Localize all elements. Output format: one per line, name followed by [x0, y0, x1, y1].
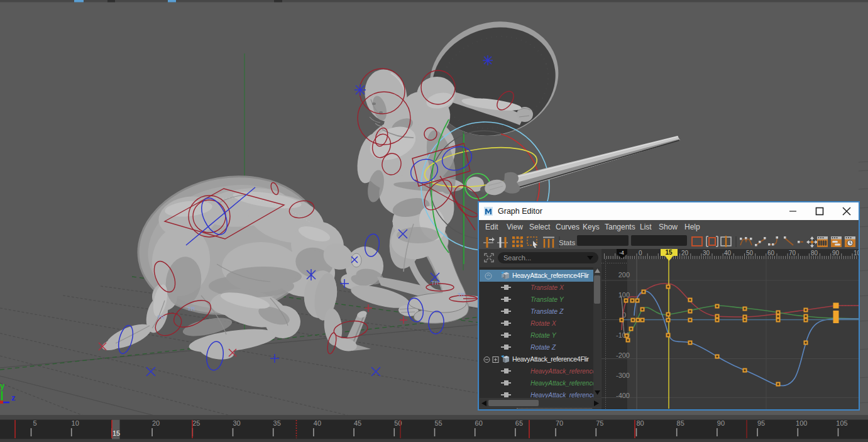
svg-text:-400: -400	[616, 392, 630, 399]
svg-text:15: 15	[665, 249, 673, 256]
svg-text:Stats: Stats	[559, 239, 575, 246]
svg-text:70: 70	[789, 250, 796, 257]
svg-text:50: 50	[746, 250, 754, 257]
svg-text:80: 80	[811, 250, 818, 257]
svg-text:30: 30	[703, 250, 710, 257]
svg-text:100: 100	[618, 291, 630, 299]
svg-text:105: 105	[836, 419, 847, 427]
svg-text:75: 75	[596, 419, 603, 427]
svg-text:40: 40	[724, 250, 732, 257]
svg-text:100: 100	[854, 250, 859, 257]
svg-text:80: 80	[636, 419, 644, 427]
svg-text:20: 20	[681, 250, 689, 257]
svg-text:85: 85	[677, 419, 684, 427]
svg-text:200: 200	[618, 271, 630, 279]
svg-text:45: 45	[354, 419, 361, 427]
svg-text:60: 60	[767, 250, 775, 257]
svg-text:55: 55	[434, 419, 442, 427]
svg-text:10: 10	[72, 419, 79, 427]
svg-text:100: 100	[796, 419, 807, 427]
svg-text:20: 20	[152, 419, 160, 427]
svg-text:15: 15	[113, 429, 120, 437]
svg-text:5: 5	[33, 419, 36, 427]
svg-text:70: 70	[556, 419, 563, 427]
svg-text:y: y	[0, 381, 5, 390]
svg-text:0: 0	[639, 250, 642, 257]
svg-text:TR: TR	[157, 314, 165, 321]
svg-text:25: 25	[192, 419, 200, 427]
svg-text:40: 40	[314, 419, 321, 427]
svg-text:65: 65	[515, 419, 523, 427]
svg-text:-300: -300	[616, 372, 630, 379]
svg-text:TR: TR	[431, 280, 439, 286]
svg-text:60: 60	[475, 419, 483, 427]
svg-text:TR: TR	[187, 306, 195, 312]
svg-text:-4: -4	[619, 250, 624, 256]
svg-text:TR: TR	[458, 292, 465, 298]
svg-text:-200: -200	[616, 351, 630, 359]
svg-text:30: 30	[233, 419, 240, 427]
svg-text:z: z	[11, 393, 16, 402]
svg-text:90: 90	[717, 419, 725, 427]
svg-text:90: 90	[832, 250, 840, 257]
svg-text:95: 95	[757, 419, 765, 427]
svg-text:35: 35	[273, 419, 281, 427]
